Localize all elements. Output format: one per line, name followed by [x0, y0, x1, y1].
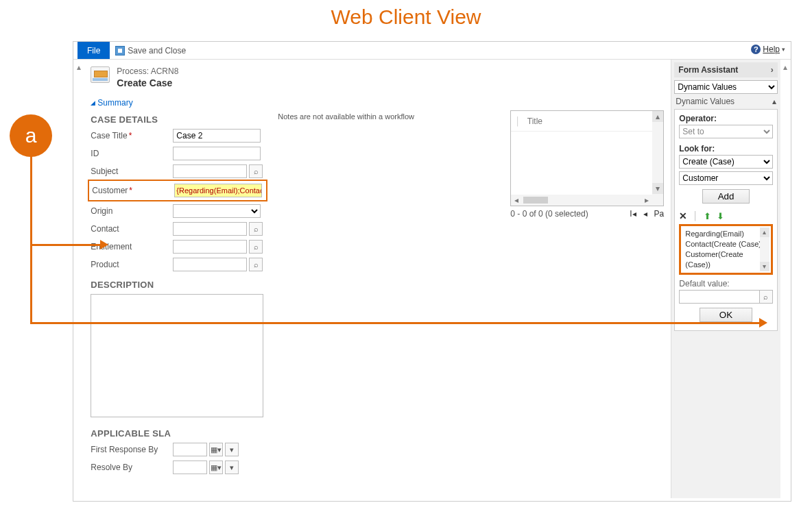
- add-button[interactable]: Add: [702, 189, 750, 204]
- save-label: Save and Close: [128, 46, 186, 56]
- origin-select[interactable]: [173, 204, 261, 218]
- first-response-date[interactable]: [173, 443, 207, 456]
- first-response-date-picker[interactable]: ▦▾: [209, 443, 223, 456]
- page-label: Pa: [654, 209, 665, 219]
- chevron-down-icon: ▾: [782, 46, 785, 53]
- connector-line: [30, 244, 102, 246]
- contact-input[interactable]: [173, 222, 247, 236]
- left-scroll-gutter: ▴: [73, 60, 84, 498]
- list-footer-count: 0 - 0 of 0 (0 selected): [510, 209, 588, 219]
- move-up-icon[interactable]: ⬆: [704, 211, 711, 221]
- customer-label: Customer*: [92, 186, 171, 195]
- scroll-up-icon[interactable]: ▴: [760, 228, 769, 237]
- subject-label: Subject: [91, 167, 170, 176]
- list-scroll-down-icon[interactable]: ▾: [652, 183, 663, 194]
- connector-line: [30, 156, 32, 244]
- scroll-up-icon[interactable]: ▴: [77, 62, 81, 72]
- look-for-heading: Look for:: [679, 144, 772, 153]
- summary-toggle[interactable]: ◢ Summary: [91, 98, 664, 108]
- list-column-title[interactable]: Title: [527, 116, 644, 126]
- first-response-time-select[interactable]: ▾: [225, 443, 239, 456]
- default-value-label: Default value:: [679, 279, 772, 288]
- ok-button[interactable]: OK: [700, 308, 752, 322]
- fa-dynamic-values-label: Dynamic Values: [676, 97, 735, 106]
- form-assistant-title: Form Assistant: [678, 65, 738, 75]
- list-h-scroll[interactable]: ◂ ▸: [511, 195, 652, 206]
- scroll-thumb[interactable]: [523, 197, 548, 204]
- customer-row-highlighted: Customer* {Regarding(Email);Contact(Cre: [88, 180, 267, 201]
- app-window: File Save and Close ? Help ▾ ▴ Process: …: [73, 41, 791, 502]
- entitlement-lookup-button[interactable]: ⌕: [249, 240, 263, 254]
- form-assistant-header[interactable]: Form Assistant ›: [674, 62, 777, 77]
- contact-label: Contact: [91, 224, 170, 234]
- scroll-right-icon[interactable]: ▸: [641, 195, 652, 205]
- collapse-icon: ◢: [91, 99, 95, 106]
- section-applicable-sla: APPLICABLE SLA: [91, 428, 265, 439]
- scroll-down-icon[interactable]: ▾: [760, 262, 769, 271]
- connector-line: [30, 244, 32, 324]
- resolve-by-date[interactable]: [173, 460, 207, 474]
- connector-arrowhead: [759, 318, 767, 328]
- origin-label: Origin: [91, 206, 170, 216]
- dv-item[interactable]: Regarding(Email): [685, 229, 766, 239]
- prev-page-icon[interactable]: ◂: [643, 209, 647, 219]
- top-toolbar: File Save and Close ? Help ▾: [73, 42, 791, 60]
- dv-item[interactable]: Customer(Create (Case)): [685, 249, 766, 270]
- list-scroll-up-icon[interactable]: ▴: [652, 111, 663, 122]
- resolve-by-label: Resolve By: [91, 463, 170, 472]
- resolve-by-date-picker[interactable]: ▦▾: [209, 460, 223, 474]
- chevron-right-icon: ›: [771, 65, 774, 75]
- operator-heading: Operator:: [679, 114, 772, 123]
- entitlement-input[interactable]: [173, 240, 247, 254]
- scroll-left-icon[interactable]: ◂: [511, 195, 522, 205]
- fa-mode-select[interactable]: Dynamic Values: [674, 80, 777, 94]
- dv-item[interactable]: Contact(Create (Case)): [685, 239, 766, 249]
- save-and-close-button[interactable]: Save and Close: [115, 42, 186, 59]
- collapse-icon: ▴: [772, 97, 776, 106]
- annotation-badge-a: a: [10, 114, 52, 157]
- case-title-label: Case Title*: [91, 131, 170, 140]
- subject-input[interactable]: [173, 164, 247, 178]
- file-menu-button[interactable]: File: [77, 42, 110, 59]
- section-description: DESCRIPTION: [91, 280, 265, 290]
- default-value-input[interactable]: [679, 290, 759, 304]
- id-input[interactable]: [173, 147, 261, 160]
- process-name: ACRN8: [151, 66, 179, 76]
- product-label: Product: [91, 260, 170, 269]
- help-icon: ?: [751, 45, 761, 54]
- resolve-by-time-select[interactable]: ▾: [225, 460, 239, 474]
- operator-select[interactable]: Set to: [679, 125, 772, 138]
- summary-label: Summary: [97, 98, 132, 108]
- default-value-lookup-button[interactable]: ⌕: [759, 290, 773, 304]
- right-scroll-gutter: ▴: [780, 60, 791, 498]
- process-header: Process: ACRN8 Create Case: [91, 66, 664, 88]
- customer-input[interactable]: {Regarding(Email);Contact(Cre: [174, 184, 262, 197]
- scroll-up-icon[interactable]: ▴: [783, 62, 787, 72]
- subject-lookup-button[interactable]: ⌕: [249, 164, 263, 178]
- move-down-icon[interactable]: ⬇: [717, 211, 724, 221]
- look-for-attr-select[interactable]: Customer: [679, 171, 772, 185]
- process-prefix: Process:: [117, 66, 149, 76]
- description-textarea[interactable]: [91, 294, 263, 417]
- help-label: Help: [763, 45, 780, 54]
- column-divider: │: [515, 116, 521, 126]
- product-input[interactable]: [173, 258, 247, 271]
- contact-lookup-button[interactable]: ⌕: [249, 222, 263, 236]
- page-heading: Web Client View: [0, 0, 812, 41]
- first-page-icon[interactable]: I◂: [630, 209, 636, 219]
- dv-scrollbar[interactable]: ▴ ▾: [760, 228, 769, 271]
- page-title: Create Case: [117, 77, 178, 88]
- fa-dynamic-values-sub[interactable]: Dynamic Values ▴: [674, 94, 777, 109]
- remove-icon[interactable]: ✕: [679, 210, 687, 221]
- form-assistant-panel: Form Assistant › Dynamic Values Dynamic …: [671, 60, 780, 498]
- product-lookup-button[interactable]: ⌕: [249, 258, 263, 271]
- help-link[interactable]: ? Help ▾: [751, 45, 785, 54]
- related-list: │ Title ▼ ▴ ▾ ◂ ▸: [510, 110, 664, 206]
- case-title-input[interactable]: [173, 129, 261, 143]
- dynamic-values-list-highlighted: Regarding(Email) Contact(Create (Case)) …: [679, 224, 772, 275]
- first-response-label: First Response By: [91, 445, 170, 454]
- save-icon: [115, 46, 125, 56]
- connector-arrowhead: [100, 240, 108, 249]
- connector-line: [30, 322, 761, 324]
- look-for-entity-select[interactable]: Create (Case): [679, 155, 772, 169]
